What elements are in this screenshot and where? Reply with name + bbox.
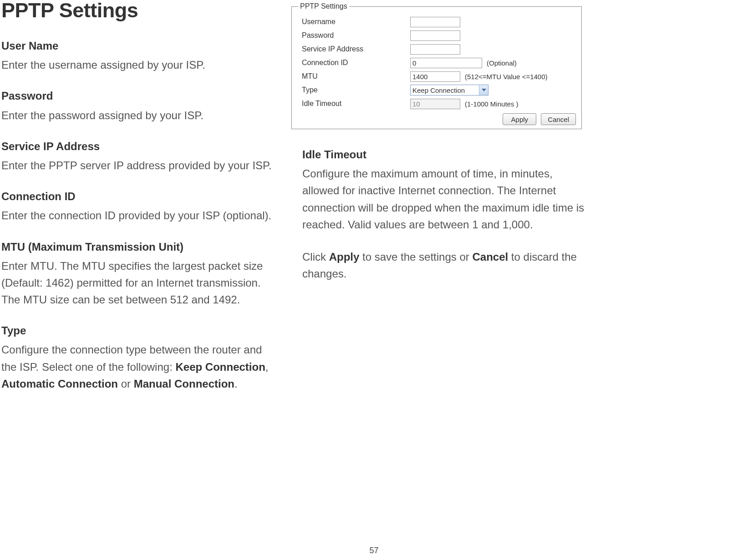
label-serviceip: Service IP Address — [302, 45, 410, 53]
row-mtu: MTU (512<=MTU Value <=1400) — [295, 70, 578, 83]
final-paragraph: Click Apply to save the settings or Canc… — [302, 248, 592, 282]
section-mtu-title: MTU (Maximum Transmission Unit) — [1, 240, 278, 254]
row-type: Type Keep Connection — [295, 83, 578, 97]
label-idle: Idle Timeout — [302, 100, 410, 108]
section-mtu-body: Enter MTU. The MTU specifies the largest… — [1, 257, 278, 308]
apply-button[interactable]: Apply — [503, 113, 536, 125]
label-password: Password — [302, 31, 410, 40]
final-apply: Apply — [329, 251, 360, 263]
input-serviceip[interactable] — [410, 44, 460, 55]
row-serviceip: Service IP Address — [295, 42, 578, 56]
final-t2: to save the settings or — [359, 251, 472, 263]
input-password[interactable] — [410, 30, 460, 41]
section-type-body: Configure the connection type between th… — [1, 341, 278, 392]
section-serviceip-body: Enter the PPTP server IP address provide… — [1, 157, 278, 174]
row-idle: Idle Timeout (1-1000 Minutes ) — [295, 97, 578, 111]
type-opt-auto: Automatic Connection — [1, 378, 118, 390]
final-cancel: Cancel — [472, 251, 508, 263]
hint-idle: (1-1000 Minutes ) — [465, 100, 519, 108]
input-connid[interactable] — [410, 58, 482, 68]
label-mtu: MTU — [302, 72, 410, 81]
type-sep2: or — [118, 378, 134, 390]
type-sep1: , — [265, 361, 269, 373]
section-connid-body: Enter the connection ID provided by your… — [1, 207, 278, 224]
fieldset-legend: PPTP Settings — [298, 2, 349, 10]
type-suffix: . — [234, 378, 238, 390]
cancel-button[interactable]: Cancel — [541, 113, 576, 125]
hint-mtu: (512<=MTU Value <=1400) — [465, 73, 548, 81]
section-password-title: Password — [1, 89, 278, 103]
input-idle — [410, 99, 460, 109]
section-username-body: Enter the username assigned by your ISP. — [1, 56, 278, 73]
button-row: Apply Cancel — [295, 111, 578, 125]
section-type: Type Configure the connection type betwe… — [1, 323, 278, 392]
section-connid-title: Connection ID — [1, 189, 278, 203]
page-number: 57 — [369, 546, 378, 555]
section-username: User Name Enter the username assigned by… — [1, 39, 278, 73]
page-title: PPTP Settings — [1, 0, 278, 20]
select-type-value: Keep Connection — [412, 86, 479, 94]
section-mtu: MTU (Maximum Transmission Unit) Enter MT… — [1, 240, 278, 308]
section-idle-body: Configure the maximum amount of time, in… — [302, 165, 592, 233]
label-connid: Connection ID — [302, 59, 410, 67]
section-type-title: Type — [1, 323, 278, 338]
chevron-down-icon — [479, 85, 488, 95]
input-mtu[interactable] — [410, 71, 460, 82]
type-opt-manual: Manual Connection — [134, 378, 234, 390]
row-password: Password — [295, 29, 578, 42]
section-serviceip: Service IP Address Enter the PPTP server… — [1, 139, 278, 174]
section-serviceip-title: Service IP Address — [1, 139, 278, 153]
label-username: Username — [302, 18, 410, 26]
final-t1: Click — [302, 251, 329, 263]
input-username[interactable] — [410, 17, 460, 27]
hint-connid: (Optional) — [487, 59, 517, 67]
select-type[interactable]: Keep Connection — [410, 85, 488, 96]
section-connid: Connection ID Enter the connection ID pr… — [1, 189, 278, 224]
pptp-settings-fieldset: PPTP Settings Username Password Service … — [291, 6, 582, 129]
row-connid: Connection ID (Optional) — [295, 56, 578, 70]
section-idle: Idle Timeout Configure the maximum amoun… — [302, 147, 592, 233]
label-type: Type — [302, 86, 410, 94]
section-idle-title: Idle Timeout — [302, 147, 592, 161]
section-password-body: Enter the password assigned by your ISP. — [1, 107, 278, 124]
section-password: Password Enter the password assigned by … — [1, 89, 278, 123]
type-opt-keep: Keep Connection — [175, 361, 265, 373]
section-username-title: User Name — [1, 39, 278, 53]
row-username: Username — [295, 15, 578, 29]
form-table: Username Password Service IP Address Con… — [295, 15, 578, 125]
